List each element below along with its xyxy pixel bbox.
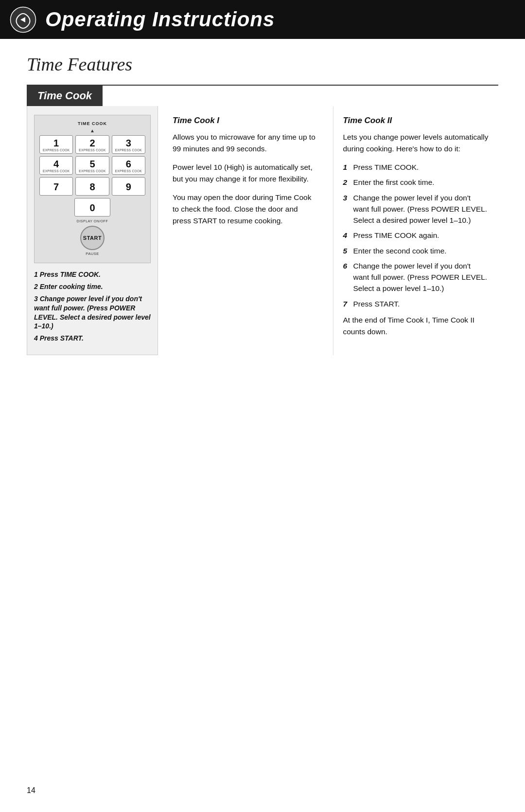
right-step-1: 1 Press TIME COOK. xyxy=(343,162,489,173)
right-col: Time Cook II Lets you change power level… xyxy=(333,106,499,355)
right-step-3: 3 Change the power level if you don't wa… xyxy=(343,192,489,226)
left-steps-list: 1 Press TIME COOK. 2 Enter cooking time.… xyxy=(34,270,151,343)
right-col-footer: At the end of Time Cook I, Time Cook II … xyxy=(343,314,489,338)
time-cook-header-box: Time Cook xyxy=(27,86,103,106)
middle-col-title: Time Cook I xyxy=(173,116,318,126)
pause-label: PAUSE xyxy=(86,252,99,256)
key-6[interactable]: 6 EXPRESS COOK xyxy=(112,156,145,175)
key-2[interactable]: 2 EXPRESS COOK xyxy=(75,135,109,154)
key-9[interactable]: 9 xyxy=(112,177,145,196)
key-0[interactable]: 0 xyxy=(74,198,111,217)
middle-para-3: You may open the door during Time Cook t… xyxy=(173,192,318,227)
right-step-2: 2 Enter the first cook time. xyxy=(343,177,489,188)
right-step-5: 5 Enter the second cook time. xyxy=(343,245,489,256)
right-step-7: 7 Press START. xyxy=(343,298,489,309)
right-col-intro: Lets you change power levels automatical… xyxy=(343,131,489,155)
key-zero-row: 0 xyxy=(39,198,145,217)
key-7[interactable]: 7 xyxy=(39,177,73,196)
page-content: Time Features Time Cook TIME COOK ▲ 1 EX… xyxy=(0,39,525,384)
key-4[interactable]: 4 EXPRESS COOK xyxy=(39,156,73,175)
key-3[interactable]: 3 EXPRESS COOK xyxy=(112,135,145,154)
left-step-2: 2 Enter cooking time. xyxy=(34,282,151,291)
key-8[interactable]: 8 xyxy=(75,177,109,196)
page-number: 14 xyxy=(27,786,35,795)
time-cook-label: Time Cook xyxy=(37,90,92,102)
start-label: START xyxy=(83,235,102,241)
right-step-4: 4 Press TIME COOK again. xyxy=(343,230,489,241)
key-5[interactable]: 5 EXPRESS COOK xyxy=(75,156,109,175)
keypad-grid: 1 EXPRESS COOK 2 EXPRESS COOK 3 EXPRESS … xyxy=(39,135,145,196)
left-step-3: 3 Change power level if you don't want f… xyxy=(34,294,151,331)
display-onoff-label: DISPLAY ON/OFF xyxy=(39,219,145,223)
keypad-area: TIME COOK ▲ 1 EXPRESS COOK 2 EXPRESS COO… xyxy=(34,115,151,263)
start-button[interactable]: START xyxy=(80,226,105,250)
left-step-1: 1 Press TIME COOK. xyxy=(34,270,151,279)
microwave-icon xyxy=(10,6,36,33)
middle-col: Time Cook I Allows you to microwave for … xyxy=(158,106,333,355)
keypad-time-cook-label: TIME COOK xyxy=(39,121,145,126)
header-title: Operating Instructions xyxy=(45,8,275,31)
middle-para-1: Allows you to microwave for any time up … xyxy=(173,131,318,155)
left-step-4: 4 Press START. xyxy=(34,334,151,343)
content-area: TIME COOK ▲ 1 EXPRESS COOK 2 EXPRESS COO… xyxy=(27,106,498,355)
arrow-up-icon: ▲ xyxy=(39,128,145,133)
right-steps-list: 1 Press TIME COOK. 2 Enter the first coo… xyxy=(343,162,489,309)
middle-para-2: Power level 10 (High) is automatically s… xyxy=(173,162,318,185)
section-title: Time Features xyxy=(27,54,498,75)
left-panel: TIME COOK ▲ 1 EXPRESS COOK 2 EXPRESS COO… xyxy=(27,106,158,355)
key-1[interactable]: 1 EXPRESS COOK xyxy=(39,135,73,154)
header-bar: Operating Instructions xyxy=(0,0,525,39)
right-step-6: 6 Change the power level if you don't wa… xyxy=(343,260,489,294)
start-btn-area: START PAUSE xyxy=(39,226,145,256)
right-col-title: Time Cook II xyxy=(343,116,489,126)
